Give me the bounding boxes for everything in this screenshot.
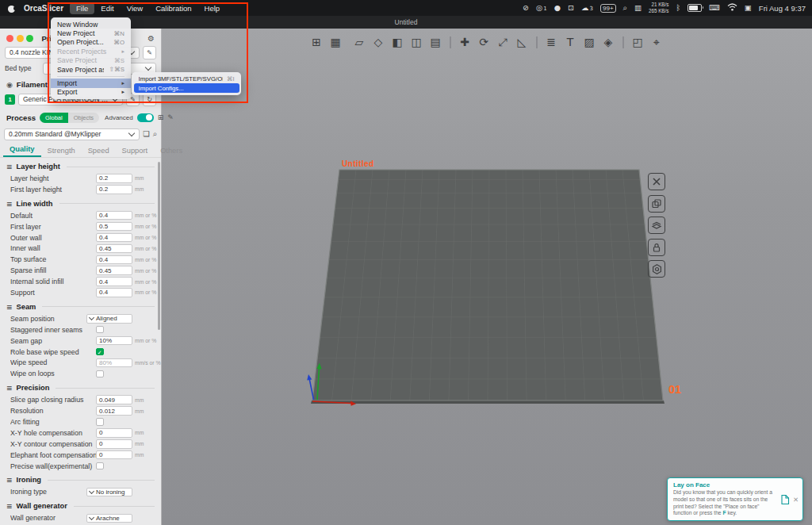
- setting-arc-fitting-checkbox[interactable]: [96, 418, 104, 426]
- setting-wall-generator-dropdown[interactable]: Arachne: [86, 514, 132, 523]
- setting-elephant-foot-compensation-input[interactable]: 0: [96, 450, 132, 460]
- stats-icon[interactable]: ▥: [634, 4, 642, 12]
- sidebar-scrollbar[interactable]: [158, 162, 160, 330]
- text-tool-icon[interactable]: T: [562, 34, 578, 50]
- control-center-icon[interactable]: ▣: [745, 4, 752, 12]
- tab-strength[interactable]: Strength: [41, 145, 82, 157]
- people-icon[interactable]: ◎1: [536, 4, 547, 12]
- process-preset-dropdown[interactable]: 0.20mm Standard @MyKlipper: [4, 128, 140, 140]
- fill-bed-icon[interactable]: ◧: [389, 34, 405, 50]
- minimize-window-button[interactable]: [17, 35, 24, 42]
- display-icon[interactable]: ⊡: [568, 4, 574, 12]
- menu-help[interactable]: Help: [198, 2, 227, 14]
- arrange-icon[interactable]: ▱: [351, 34, 367, 50]
- measure-icon[interactable]: ⌖: [649, 34, 665, 50]
- scale-icon[interactable]: ⤢: [495, 34, 511, 50]
- auto-orient-icon[interactable]: ◇: [370, 34, 386, 50]
- plate-settings-button[interactable]: [648, 260, 665, 278]
- objects-scope-button[interactable]: Objects: [68, 113, 99, 123]
- keyboard-icon[interactable]: ⌨: [709, 4, 720, 12]
- setting-staggered-inner-seams-checkbox[interactable]: [96, 326, 104, 334]
- setting-inner-wall-input[interactable]: 0.45: [96, 244, 132, 254]
- file-menu-item-new-window[interactable]: New Window: [51, 20, 131, 29]
- menu-file[interactable]: File: [70, 2, 94, 14]
- rotate-icon[interactable]: ⟳: [476, 34, 492, 50]
- variable-layer-height-icon[interactable]: ≣: [543, 34, 559, 50]
- submenu-item-import-3mf-stl-step-svg-obj-amf[interactable]: Import 3MF/STL/STEP/SVG/OBJ/AMF...⌘I: [134, 75, 239, 84]
- file-menu-item-new-project[interactable]: New Project⌘N: [51, 29, 131, 37]
- edit-printer-button[interactable]: ✎: [143, 46, 156, 59]
- setting-ironing-type-dropdown[interactable]: No ironing: [86, 488, 132, 497]
- search-icon[interactable]: ⌕: [153, 129, 157, 139]
- submenu-item-import-configs[interactable]: Import Configs...: [134, 83, 239, 93]
- setting-role-base-wipe-speed-checkbox[interactable]: ✓: [96, 348, 104, 356]
- menu-edit[interactable]: Edit: [94, 2, 120, 14]
- add-plate-icon[interactable]: ▦: [327, 34, 343, 50]
- setting-wipe-speed-input[interactable]: 80%: [96, 358, 132, 368]
- setting-first-layer-input[interactable]: 0.5: [96, 222, 132, 232]
- tab-support[interactable]: Support: [116, 145, 155, 157]
- zoom-window-button[interactable]: [26, 35, 33, 42]
- file-menu-item-save-project-as[interactable]: Save Project as...⇧⌘S: [51, 65, 131, 74]
- setting-resolution-input[interactable]: 0.012: [96, 406, 132, 416]
- menu-calibration[interactable]: Calibration: [149, 2, 197, 14]
- wifi-icon[interactable]: [727, 3, 737, 13]
- move-icon[interactable]: ✚: [457, 34, 473, 50]
- setting-x-y-contour-compensation-input[interactable]: 0: [96, 439, 132, 449]
- apple-menu-icon[interactable]: [8, 3, 16, 13]
- setting-seam-gap-input[interactable]: 10%: [96, 336, 132, 346]
- setting-sparse-infill-input[interactable]: 0.45: [96, 266, 132, 275]
- split-to-objects-icon[interactable]: ◫: [408, 34, 424, 50]
- battery-health-badge[interactable]: 99+: [600, 4, 616, 13]
- setting-layer-height-input[interactable]: 0.2: [96, 174, 132, 183]
- file-menu-item-save-project[interactable]: Save Project⌘S: [51, 56, 131, 65]
- lock-plate-button[interactable]: [648, 239, 665, 256]
- file-menu-item-import[interactable]: Import▸: [51, 79, 131, 87]
- tab-speed[interactable]: Speed: [82, 145, 116, 157]
- duplicate-plate-button[interactable]: [648, 195, 665, 213]
- params-table-icon[interactable]: ⊞: [158, 113, 164, 121]
- close-window-button[interactable]: [6, 35, 13, 42]
- file-menu-item-export[interactable]: Export▸: [51, 88, 131, 97]
- battery-icon[interactable]: [688, 4, 702, 12]
- edit-process-icon[interactable]: ✎: [167, 113, 174, 121]
- setting-seam-position-dropdown[interactable]: Aligned: [86, 314, 132, 324]
- tab-others[interactable]: Others: [154, 145, 189, 157]
- menu-view[interactable]: View: [121, 2, 149, 14]
- file-menu-item-open-project[interactable]: Open Project...⌘O: [51, 38, 131, 47]
- place-on-face-icon[interactable]: ◺: [514, 34, 530, 50]
- printer-settings-gear-icon[interactable]: ⚙: [147, 34, 155, 43]
- notification-close-icon[interactable]: ✕: [793, 496, 799, 504]
- file-menu-item-recent-projects[interactable]: Recent Projects▸: [51, 47, 131, 56]
- hint-doc-icon[interactable]: [780, 494, 790, 505]
- tab-quality[interactable]: Quality: [3, 144, 41, 157]
- global-scope-button[interactable]: Global: [40, 113, 68, 123]
- assembly-view-icon[interactable]: ◰: [630, 34, 645, 50]
- setting-top-surface-input[interactable]: 0.4: [96, 255, 132, 265]
- github-icon[interactable]: ●: [554, 4, 561, 12]
- setting-first-layer-height-input[interactable]: 0.2: [96, 185, 132, 194]
- setting-x-y-hole-compensation-input[interactable]: 0: [96, 428, 132, 438]
- cloud-icon[interactable]: ☁3: [581, 4, 593, 12]
- seam-paint-icon[interactable]: ◈: [600, 34, 616, 50]
- setting-support-input[interactable]: 0.4: [96, 288, 132, 297]
- network-speed[interactable]: 21 KB/s265 KB/s: [649, 2, 669, 13]
- support-paint-icon[interactable]: ▨: [581, 34, 597, 50]
- setting-wipe-on-loops-checkbox[interactable]: [96, 370, 104, 378]
- filament-index-badge[interactable]: 1: [5, 94, 15, 105]
- do-not-disturb-icon[interactable]: ⊘: [523, 4, 529, 12]
- setting-internal-solid-infill-input[interactable]: 0.4: [96, 277, 132, 286]
- setting-slice-gap-closing-radius-input[interactable]: 0.049: [96, 395, 132, 404]
- magnifier-icon[interactable]: ⌕: [623, 4, 627, 12]
- add-model-icon[interactable]: ⊞: [308, 34, 324, 50]
- arrange-plate-button[interactable]: [648, 217, 665, 234]
- build-plate[interactable]: [161, 29, 812, 525]
- viewport-canvas[interactable]: Untitled 01 ⊞▦▱◇◧◫▤✚⟳⤢◺≣T▨◈◰⌖: [161, 29, 812, 525]
- compare-presets-icon[interactable]: ❏: [143, 129, 150, 139]
- setting-precise-wall-experimental-checkbox[interactable]: [96, 462, 104, 470]
- delete-plate-button[interactable]: [648, 173, 665, 190]
- bluetooth-icon[interactable]: ᛒ: [676, 4, 680, 12]
- split-to-parts-icon[interactable]: ▤: [427, 34, 443, 50]
- setting-default-input[interactable]: 0.4: [96, 211, 132, 220]
- advanced-toggle[interactable]: [137, 113, 154, 122]
